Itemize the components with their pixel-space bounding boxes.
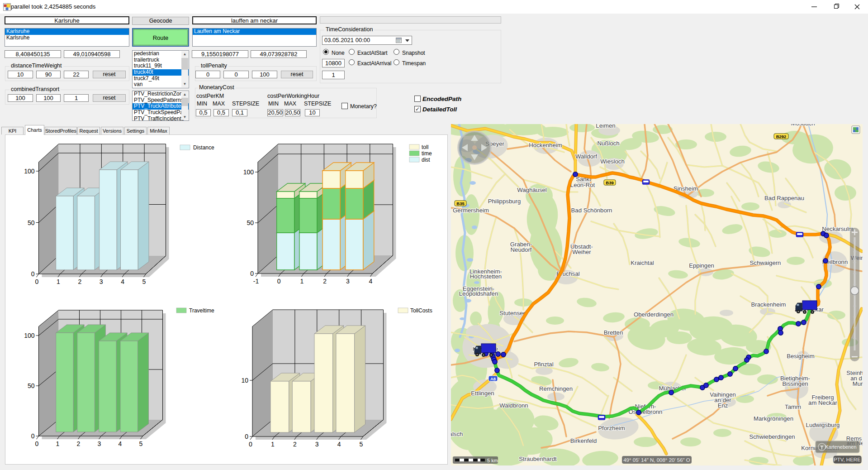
svg-text:Stutensee: Stutensee xyxy=(499,310,526,317)
svg-text:Leon-Rot: Leon-Rot xyxy=(570,182,595,188)
svg-text:Brackenheim: Brackenheim xyxy=(751,301,786,308)
svg-text:Walldorf: Walldorf xyxy=(575,153,597,160)
svg-text:dist: dist xyxy=(422,157,430,163)
svg-text:4: 4 xyxy=(337,441,341,448)
svg-text:Hockenheim: Hockenheim xyxy=(529,142,562,149)
svg-text:Leimen: Leimen xyxy=(596,124,615,129)
svg-text:Wiesloch: Wiesloch xyxy=(600,158,625,165)
svg-text:Ettlingen: Ettlingen xyxy=(471,390,494,397)
svg-text:B35: B35 xyxy=(456,201,465,206)
svg-text:3: 3 xyxy=(346,278,350,285)
svg-text:Leopoldshafen: Leopoldshafen xyxy=(459,290,498,297)
svg-text:Weiher: Weiher xyxy=(572,249,591,255)
svg-text:5: 5 xyxy=(139,440,143,447)
svg-text:4: 4 xyxy=(369,278,373,285)
svg-text:5 km: 5 km xyxy=(487,458,498,463)
svg-text:Ludwigsburg: Ludwigsburg xyxy=(806,422,840,428)
svg-text:Straubenhardt: Straubenhardt xyxy=(519,456,557,462)
svg-text:0: 0 xyxy=(245,433,248,440)
svg-text:Pforzheim: Pforzheim xyxy=(598,425,625,432)
svg-text:PTV, HERE: PTV, HERE xyxy=(834,457,861,462)
svg-text:time: time xyxy=(422,150,432,157)
svg-text:1: 1 xyxy=(300,278,304,285)
svg-text:Remchingen: Remchingen xyxy=(539,385,573,392)
svg-text:B39: B39 xyxy=(606,180,613,185)
svg-text:0: 0 xyxy=(35,278,39,285)
svg-text:Pfinztal: Pfinztal xyxy=(534,361,553,368)
svg-text:50: 50 xyxy=(28,219,35,226)
svg-text:50: 50 xyxy=(28,382,35,389)
svg-text:10: 10 xyxy=(241,377,248,384)
svg-text:2: 2 xyxy=(78,278,81,285)
svg-text:100: 100 xyxy=(24,168,35,175)
svg-text:-1: -1 xyxy=(253,278,259,285)
svg-text:50: 50 xyxy=(247,219,254,226)
svg-text:1: 1 xyxy=(271,441,275,448)
svg-text:0: 0 xyxy=(31,432,35,440)
svg-text:Nußloch: Nußloch xyxy=(597,140,619,147)
svg-text:Bad Rappenau: Bad Rappenau xyxy=(764,195,804,201)
svg-text:Mosbach: Mosbach xyxy=(791,124,815,127)
svg-text:A8: A8 xyxy=(490,376,496,381)
svg-text:Bretten: Bretten xyxy=(604,329,623,336)
svg-text:Enz: Enz xyxy=(718,402,728,409)
svg-text:100: 100 xyxy=(24,332,35,339)
svg-text:2: 2 xyxy=(77,440,81,447)
svg-text:Mur: Mur xyxy=(853,380,863,387)
svg-text:Bissingen: Bissingen xyxy=(782,380,808,387)
svg-text:49° 05′ 14″ N, 008° 20′ 56″ O: 49° 05′ 14″ N, 008° 20′ 56″ O xyxy=(623,457,690,463)
svg-text:Waghäusel: Waghäusel xyxy=(517,187,547,193)
svg-text:Waldbronn: Waldbronn xyxy=(499,402,528,409)
svg-text:Schwaigern: Schwaigern xyxy=(750,259,781,266)
svg-text:Philippsburg: Philippsburg xyxy=(488,198,521,205)
svg-text:0: 0 xyxy=(249,441,252,448)
svg-text:Neudorf: Neudorf xyxy=(511,246,532,253)
svg-text:4: 4 xyxy=(121,278,124,285)
svg-text:Tamm: Tamm xyxy=(785,403,801,410)
svg-text:Schwieberdingen: Schwieberdingen xyxy=(749,433,795,440)
svg-text:TollCosts: TollCosts xyxy=(410,307,432,314)
svg-text:0: 0 xyxy=(31,270,35,278)
svg-text:Hochstetten: Hochstetten xyxy=(470,273,502,280)
svg-text:1: 1 xyxy=(57,278,60,285)
svg-text:Distance: Distance xyxy=(193,144,214,151)
svg-text:3: 3 xyxy=(315,441,319,448)
svg-text:Traveltime: Traveltime xyxy=(189,307,214,314)
svg-text:0: 0 xyxy=(35,440,39,447)
svg-text:am Neckar: am Neckar xyxy=(808,399,837,406)
svg-text:B292: B292 xyxy=(776,134,787,139)
svg-text:0: 0 xyxy=(250,270,254,277)
svg-text:Oberderdingen: Oberderdingen xyxy=(634,311,674,318)
svg-text:Kartenebenen: Kartenebenen xyxy=(825,444,856,450)
svg-text:2: 2 xyxy=(293,441,297,448)
svg-text:Germersheim: Germersheim xyxy=(453,207,489,214)
svg-text:3: 3 xyxy=(100,278,103,285)
svg-text:Kraichtal: Kraichtal xyxy=(631,259,654,266)
svg-text:Bad Schönborn: Bad Schönborn xyxy=(571,207,612,214)
svg-text:Besigheim: Besigheim xyxy=(787,353,815,360)
svg-text:alsch: alsch xyxy=(451,431,463,437)
svg-text:1: 1 xyxy=(56,440,60,447)
svg-text:Markgröningen: Markgröningen xyxy=(754,415,793,422)
svg-text:0: 0 xyxy=(277,278,281,285)
svg-text:Eppingen: Eppingen xyxy=(689,262,714,269)
svg-text:2: 2 xyxy=(323,278,327,285)
svg-text:100: 100 xyxy=(243,168,254,176)
svg-text:5: 5 xyxy=(142,278,146,285)
svg-text:4: 4 xyxy=(119,440,122,447)
svg-text:5: 5 xyxy=(360,441,363,448)
svg-text:Birkenfeld: Birkenfeld xyxy=(570,437,597,444)
svg-text:toll: toll xyxy=(422,144,428,150)
svg-text:Neckarsulm: Neckarsulm xyxy=(822,225,854,232)
svg-text:3: 3 xyxy=(98,440,101,447)
